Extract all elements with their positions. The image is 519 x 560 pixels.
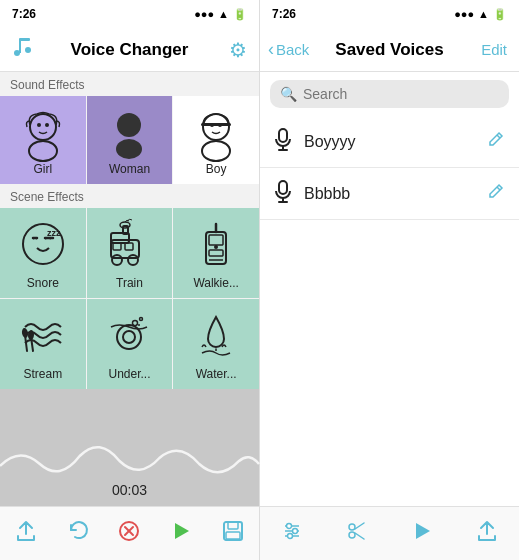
scene-water-label: Water... xyxy=(196,367,237,381)
play-button[interactable] xyxy=(164,514,198,554)
effect-girl-label: Girl xyxy=(33,162,52,176)
search-input[interactable] xyxy=(303,86,499,102)
saved-item-name-0: Boyyyy xyxy=(304,133,487,151)
svg-point-38 xyxy=(123,331,135,343)
effect-woman-label: Woman xyxy=(109,162,150,176)
back-button[interactable]: ‹ Back xyxy=(268,39,309,60)
left-header-title: Voice Changer xyxy=(71,40,189,60)
svg-point-9 xyxy=(116,139,142,159)
svg-line-52 xyxy=(497,135,500,138)
sound-effects-label: Sound Effects xyxy=(0,72,259,96)
timer-display: 00:03 xyxy=(112,482,147,498)
undo-button[interactable] xyxy=(61,514,95,554)
svg-point-41 xyxy=(138,324,140,326)
svg-rect-53 xyxy=(279,181,287,194)
svg-point-61 xyxy=(293,528,298,533)
right-bottom-toolbar xyxy=(260,506,519,560)
svg-point-11 xyxy=(202,141,230,161)
svg-point-4 xyxy=(30,114,56,140)
svg-point-3 xyxy=(25,47,31,53)
scissors-button[interactable] xyxy=(340,514,374,554)
right-status-bar: 7:26 ●●● ▲ 🔋 xyxy=(260,0,519,28)
search-bar[interactable]: 🔍 xyxy=(270,80,509,108)
svg-rect-26 xyxy=(125,243,133,250)
svg-line-66 xyxy=(355,533,364,539)
svg-line-65 xyxy=(355,523,364,529)
svg-point-23 xyxy=(112,255,122,265)
search-icon: 🔍 xyxy=(280,86,297,102)
scene-train[interactable]: Train xyxy=(87,208,173,298)
back-label: Back xyxy=(276,41,309,58)
svg-point-40 xyxy=(140,318,143,321)
scene-train-label: Train xyxy=(116,276,143,290)
right-status-icons: ●●● ▲ 🔋 xyxy=(454,8,507,21)
right-header-title: Saved Voices xyxy=(335,40,443,60)
svg-point-34 xyxy=(21,328,29,339)
left-time: 7:26 xyxy=(12,7,36,21)
effect-boy[interactable]: Boy xyxy=(173,96,259,184)
svg-point-7 xyxy=(45,123,49,127)
svg-rect-47 xyxy=(228,522,238,529)
edit-pencil-icon-0[interactable] xyxy=(487,130,505,153)
edit-pencil-icon-1[interactable] xyxy=(487,182,505,205)
right-header: ‹ Back Saved Voices Edit xyxy=(260,28,519,72)
cancel-button[interactable] xyxy=(112,514,146,554)
scene-snore[interactable]: zzz Snore xyxy=(0,208,86,298)
svg-rect-49 xyxy=(279,129,287,142)
settings-icon[interactable]: ⚙ xyxy=(229,38,247,62)
saved-voices-list: Boyyyy Bbbbb xyxy=(260,116,519,506)
svg-point-24 xyxy=(128,255,138,265)
svg-point-64 xyxy=(349,532,355,538)
svg-rect-48 xyxy=(226,532,240,539)
waveform-svg xyxy=(0,436,259,476)
waveform-area: 00:03 xyxy=(0,389,259,506)
right-time: 7:26 xyxy=(272,7,296,21)
svg-point-62 xyxy=(288,533,293,538)
save-button[interactable] xyxy=(216,514,250,554)
left-header: Voice Changer ⚙ xyxy=(0,28,259,72)
left-bottom-toolbar xyxy=(0,506,259,560)
back-arrow-icon: ‹ xyxy=(268,39,274,60)
scene-walkie[interactable]: Walkie... xyxy=(173,208,259,298)
svg-point-63 xyxy=(349,524,355,530)
effect-girl[interactable]: Girl xyxy=(0,96,86,184)
scene-walkie-label: Walkie... xyxy=(193,276,239,290)
scene-water[interactable]: Water... xyxy=(173,299,259,389)
svg-point-31 xyxy=(214,245,218,249)
scene-stream-label: Stream xyxy=(23,367,62,381)
svg-point-6 xyxy=(37,123,41,127)
svg-point-60 xyxy=(287,523,292,528)
right-share-button[interactable] xyxy=(470,514,504,554)
scene-under[interactable]: Under... xyxy=(87,299,173,389)
svg-marker-67 xyxy=(416,523,430,539)
svg-rect-14 xyxy=(201,123,231,126)
saved-item-name-1: Bbbbb xyxy=(304,185,487,203)
svg-text:zzz: zzz xyxy=(47,228,61,238)
svg-rect-25 xyxy=(113,243,121,250)
scene-snore-label: Snore xyxy=(27,276,59,290)
saved-item-0[interactable]: Boyyyy xyxy=(260,116,519,168)
svg-point-5 xyxy=(29,141,57,161)
music-note-icon xyxy=(12,36,32,63)
scene-stream[interactable]: Stream xyxy=(0,299,86,389)
saved-item-1[interactable]: Bbbbb xyxy=(260,168,519,220)
left-status-bar: 7:26 ●●● ▲ 🔋 xyxy=(0,0,259,28)
right-play-button[interactable] xyxy=(405,514,439,554)
effect-boy-label: Boy xyxy=(206,162,227,176)
mic-icon-0 xyxy=(274,128,292,155)
svg-point-10 xyxy=(203,114,229,140)
right-panel: 7:26 ●●● ▲ 🔋 ‹ Back Saved Voices Edit 🔍 … xyxy=(260,0,519,560)
svg-marker-45 xyxy=(175,523,189,539)
mixer-button[interactable] xyxy=(275,514,309,554)
effect-woman[interactable]: Woman xyxy=(87,96,173,184)
svg-rect-29 xyxy=(209,250,223,256)
svg-rect-28 xyxy=(209,235,223,245)
sound-effects-grid: Girl Woman xyxy=(0,96,259,184)
share-button[interactable] xyxy=(9,514,43,554)
left-panel: 7:26 ●●● ▲ 🔋 Voice Changer ⚙ Sound Effec… xyxy=(0,0,260,560)
mic-icon-1 xyxy=(274,180,292,207)
scene-effects-label: Scene Effects xyxy=(0,184,259,208)
scene-effects-grid: zzz Snore xyxy=(0,208,259,389)
left-status-icons: ●●● ▲ 🔋 xyxy=(194,8,247,21)
edit-button[interactable]: Edit xyxy=(481,41,507,58)
